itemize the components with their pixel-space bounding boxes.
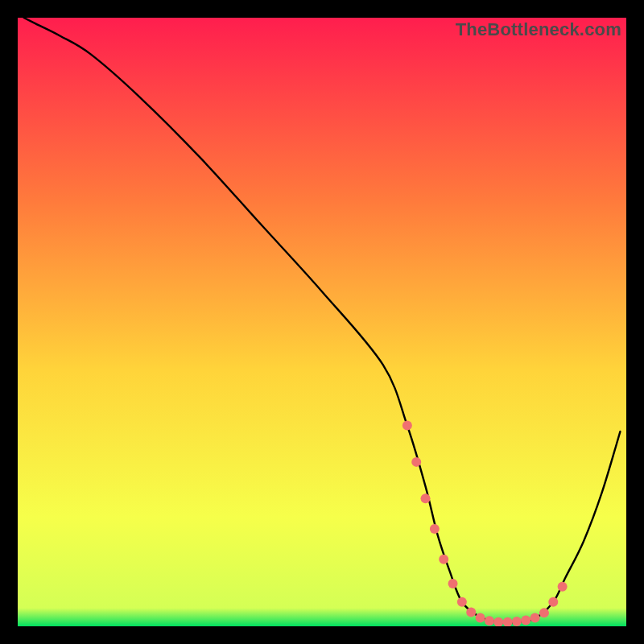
marker-dot — [411, 457, 421, 467]
marker-dot — [439, 555, 448, 564]
marker-dot — [430, 524, 440, 534]
marker-dot — [402, 421, 412, 431]
marker-dot — [466, 608, 476, 617]
marker-dot — [448, 579, 458, 588]
marker-dot — [476, 613, 485, 622]
marker-dot — [521, 615, 530, 625]
marker-dot — [421, 493, 431, 503]
watermark-text: TheBottleneck.com — [456, 19, 621, 40]
marker-dot — [539, 608, 549, 617]
marker-dot — [558, 582, 568, 592]
marker-dot — [485, 616, 494, 625]
marker-dot — [512, 617, 522, 626]
marker-dot — [457, 597, 467, 607]
chart-svg — [18, 18, 626, 626]
chart-frame: TheBottleneck.com — [18, 18, 626, 626]
gradient-bg — [18, 18, 626, 626]
marker-dot — [548, 597, 558, 607]
marker-dot — [530, 613, 540, 622]
